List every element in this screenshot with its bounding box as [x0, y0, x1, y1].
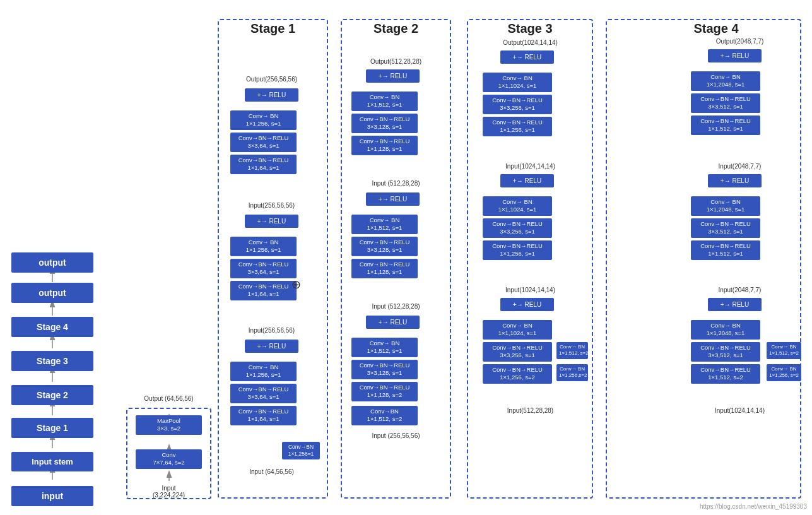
s3-bot-label: Input(1024,14,14): [472, 287, 589, 293]
stage3-label: Stage 3: [476, 21, 584, 36]
s1-m1-conv-bn: Conv→ BN1×1,256, s=1: [230, 237, 297, 256]
diagram-container: output output Stage 4 Stage 3 Stage 2 St…: [0, 0, 812, 515]
s3-m1-conv-bn-relu2: Conv→BN→RELU1×1,256, s=1: [483, 240, 552, 260]
s3-conv-bn-wide: Conv→ BN1×1,256,s=2: [556, 364, 588, 381]
s1-mid-label: Input(256,56,56): [220, 202, 324, 209]
s4-b3-conv-bn: Conv→ BN1×1,2048, s=1: [691, 320, 760, 340]
s2-relu-top: +→ RELU: [366, 69, 420, 83]
s3-b1-conv-bn-relu: Conv→BN→RELU3×3,256, s=1: [483, 95, 552, 114]
stem-input-label: Input(3,224,224): [126, 485, 211, 499]
s3-conv-bn-wide2: Conv→ BN1×1,512, s=2: [556, 342, 588, 359]
s1-input-64: Input (64,56,56): [220, 468, 324, 475]
stem-maxpool: MaxPool3×3, s=2: [136, 415, 202, 435]
s1-relu-mid: +→ RELU: [245, 215, 298, 228]
overview-stage3: Stage 3: [11, 351, 93, 371]
s1-m1-conv-bn-relu2: Conv→BN→RELU1×1,64, s=1: [230, 281, 297, 300]
stage2-label: Stage 2: [344, 21, 448, 36]
s1-b3-conv-bn: Conv→ BN1×1,256, s=1: [230, 362, 297, 381]
s2-b3-conv-bn: Conv→ BN1×1,512, s=1: [351, 338, 418, 357]
s4-relu-top: +→ RELU: [708, 49, 762, 62]
overview-output-mid: output: [11, 283, 93, 303]
s4-m1-conv-bn-relu2: Conv→BN→RELU1×1,512, s=1: [691, 240, 760, 260]
s4-out-label: Output(2048,7,7): [688, 38, 792, 45]
s4-relu-bot: +→ RELU: [708, 298, 762, 311]
zoom-icon: ⊕: [291, 278, 301, 292]
s3-relu-top: +→ RELU: [500, 50, 554, 64]
s2-relu-mid: +→ RELU: [366, 192, 420, 206]
s3-m1-conv-bn-relu: Conv→BN→RELU3×3,256, s=1: [483, 218, 552, 238]
s2-m1-conv-bn: Conv→ BN1×1,512, s=1: [351, 215, 418, 234]
stage1-label: Stage 1: [224, 21, 322, 36]
s1-relu-top: +→ RELU: [245, 88, 298, 102]
s1-out-label: Output(256,56,56): [220, 76, 324, 83]
s4-b3-conv-bn-relu: Conv→BN→RELU3×3,512, s=1: [691, 342, 760, 362]
s4-bot-label: Input(2048,7,7): [681, 287, 798, 293]
overview-input: input: [11, 486, 93, 506]
s1-bot-label: Input(256,56,56): [220, 327, 324, 334]
s4-b1-conv-bn: Conv→ BN1×1,2048, s=1: [691, 71, 760, 91]
overview-stage2: Stage 2: [11, 385, 93, 405]
s2-conv-bn-bot: Conv→BN1×1,512, s=2: [351, 406, 418, 425]
stem-conv: Conv7×7,64, s=2: [136, 449, 202, 469]
s2-b1-conv-bn: Conv→ BN1×1,512, s=1: [351, 92, 418, 111]
s3-b3-conv-bn: Conv→ BN1×1,1024, s=1: [483, 320, 552, 340]
stage4-label: Stage 4: [662, 21, 770, 36]
s2-b3-conv-bn-relu: Conv→BN→RELU3×3,128, s=1: [351, 360, 418, 379]
s4-m1-conv-bn: Conv→ BN1×1,2048, s=1: [691, 196, 760, 216]
stem-output-label: Output (64,56,56): [126, 395, 211, 402]
s3-b1-conv-bn-relu2: Conv→BN→RELU1×1,256, s=1: [483, 117, 552, 136]
s2-bot-label: Input (512,28,28): [344, 303, 448, 310]
s3-relu-bot: +→ RELU: [500, 298, 554, 311]
s1-b3-conv-bn-relu2: Conv→BN→RELU1×1,64, s=1: [230, 406, 297, 425]
s2-input-bottom: Input (256,56,56): [344, 432, 448, 439]
s1-b1-conv-bn: Conv→ BN1×1,256, s=1: [230, 110, 297, 130]
s2-b1-conv-bn-relu2: Conv→BN→RELU1×1,128, s=1: [351, 136, 418, 155]
s1-b1-conv-bn-relu: Conv→BN→RELU3×3,64, s=1: [230, 133, 297, 152]
s3-b3-conv-bn-relu2: Conv→BN→RELU1×1,256, s=2: [483, 364, 552, 384]
s4-conv-bn-wide: Conv→ BN1×1,256, s=2: [767, 364, 801, 381]
s2-m1-conv-bn-relu: Conv→BN→RELU3×3,128, s=1: [351, 237, 418, 256]
s4-mid-label: Input(2048,7,7): [681, 163, 798, 170]
s2-relu-bot: +→ RELU: [366, 316, 420, 329]
s4-m1-conv-bn-relu: Conv→BN→RELU3×3,512, s=1: [691, 218, 760, 238]
s4-input-bottom: Input(1024,14,14): [681, 407, 798, 414]
overview-input-stem: Input stem: [11, 452, 93, 471]
s3-b3-conv-bn-relu: Conv→BN→RELU3×3,256, s=1: [483, 342, 552, 362]
s1-b1-conv-bn-relu2: Conv→BN→RELU1×1,64, s=1: [230, 155, 297, 174]
s1-conv-bn-bot: Conv→BN1×1,256=1: [282, 442, 320, 459]
s2-mid-label: Input (512,28,28): [344, 180, 448, 187]
s2-out-label: Output(512,28,28): [344, 58, 448, 65]
s4-b1-conv-bn-relu2: Conv→BN→RELU1×1,512, s=1: [691, 115, 760, 135]
s1-m1-conv-bn-relu: Conv→BN→RELU3×3,64, s=1: [230, 259, 297, 278]
s3-out-label: Output(1024,14,14): [472, 39, 589, 46]
s3-b1-conv-bn: Conv→ BN1×1,1024, s=1: [483, 73, 552, 92]
s4-conv-bn-wide2: Conv→ BN1×1,512, s=2: [767, 342, 801, 359]
overview-stage4: Stage 4: [11, 317, 93, 337]
s3-input-bottom: Input(512,28,28): [472, 407, 589, 414]
s1-b3-conv-bn-relu: Conv→BN→RELU3×3,64, s=1: [230, 384, 297, 403]
s2-b3-conv-bn-relu2: Conv→BN→RELU1×1,128, s=2: [351, 382, 418, 401]
s3-mid-label: Input(1024,14,14): [472, 163, 589, 170]
s4-b3-conv-bn-relu2: Conv→BN→RELU1×1,512, s=2: [691, 364, 760, 384]
s2-m1-conv-bn-relu2: Conv→BN→RELU1×1,128, s=1: [351, 259, 418, 278]
s3-relu-mid: +→ RELU: [500, 174, 554, 187]
s3-m1-conv-bn: Conv→ BN1×1,1024, s=1: [483, 196, 552, 216]
overview-stage1: Stage 1: [11, 418, 93, 438]
s4-relu-mid: +→ RELU: [708, 174, 762, 187]
s1-relu-bot: +→ RELU: [245, 340, 298, 353]
watermark: https://blog.csdn.net/weixin_45199303: [700, 503, 807, 510]
s4-b1-conv-bn-relu: Conv→BN→RELU3×3,512, s=1: [691, 93, 760, 113]
overview-output-top: output: [11, 252, 93, 273]
s2-b1-conv-bn-relu: Conv→BN→RELU3×3,128, s=1: [351, 114, 418, 133]
